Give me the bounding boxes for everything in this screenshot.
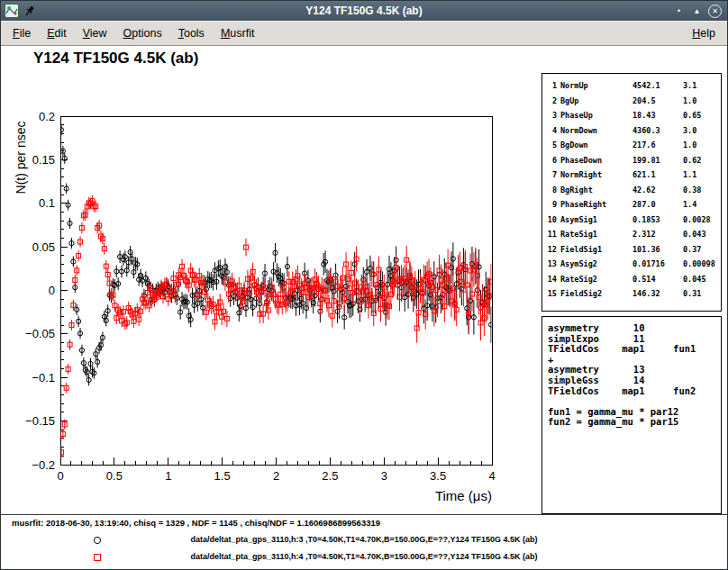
parameter-name: RateSig1 (560, 227, 632, 242)
parameter-idx: 6 (546, 153, 560, 168)
parameter-row-FieldSig2: 15FieldSig2146.320.31 (546, 286, 721, 302)
parameter-val: 42.62 (632, 183, 683, 198)
parameter-name: PhaseUp (560, 108, 632, 123)
parameter-name: FieldSig1 (560, 242, 632, 258)
y-tick-label: 0 (49, 284, 55, 297)
x-tick-label: 2 (273, 469, 279, 483)
parameter-err: 1.0 (683, 94, 723, 109)
parameter-name: NormRight (560, 167, 632, 183)
parameter-err: 0.37 (683, 242, 723, 258)
parameter-idx: 5 (546, 138, 560, 153)
theory-line: TFieldCos map1 fun1 (548, 344, 721, 355)
titlebar[interactable]: Y124 TF150G 4.5K (ab) • ▲ ✕ (1, 1, 727, 21)
theory-line: fun2 = gamma_mu * par15 (548, 417, 721, 428)
parameter-row-NormDown: 4NormDown4360.33.0 (546, 123, 721, 139)
parameter-row-RateSig1: 11RateSig12.3120.043 (546, 227, 721, 242)
menu-item-help[interactable]: Help (684, 22, 723, 45)
parameter-val: 0.514 (632, 272, 683, 287)
parameter-val: 287.0 (632, 197, 683, 213)
y-tick-label: −0.1 (32, 371, 55, 385)
pin-icon[interactable] (23, 5, 36, 17)
close-button[interactable]: ✕ (708, 5, 722, 18)
parameter-name: RateSig2 (560, 272, 632, 287)
parameter-box: 1NormUp4542.13.12BgUp204.51.03PhaseUp18.… (541, 73, 722, 312)
parameter-idx: 2 (546, 94, 560, 109)
legend-label: data/deltat_pta_gps_3110,h:3 ,T0=4.50K,T… (1, 531, 727, 548)
parameter-idx: 11 (546, 227, 560, 242)
series-square (59, 195, 493, 457)
menu-item-tools[interactable]: Tools (170, 22, 213, 45)
parameter-idx: 13 (546, 257, 560, 272)
parameter-name: BgRight (560, 183, 632, 198)
parameter-idx: 7 (546, 167, 560, 183)
x-tick-label: 3 (381, 469, 387, 483)
series-circle (59, 124, 493, 385)
menu-item-musrfit[interactable]: Musrfit (213, 22, 263, 45)
y-tick-label: 0.05 (32, 240, 55, 254)
app-icon[interactable] (5, 4, 19, 18)
parameter-idx: 1 (546, 78, 560, 94)
parameter-row-NormRight: 7NormRight621.11.1 (546, 167, 721, 183)
parameter-row-PhaseDown: 6PhaseDown199.810.62 (546, 153, 721, 168)
parameter-row-RateSig2: 14RateSig20.5140.045 (546, 272, 721, 287)
parameter-val: 4542.1 (632, 78, 683, 94)
parameter-val: 621.1 (632, 167, 683, 183)
menu-item-file[interactable]: File (5, 22, 39, 45)
y-tick-label: −0.2 (32, 458, 55, 472)
data-series (59, 124, 493, 457)
app-window: Y124 TF150G 4.5K (ab) • ▲ ✕ FileEditView… (0, 0, 728, 570)
parameter-val: 199.81 (632, 153, 683, 168)
x-tick-label: 1 (165, 469, 171, 483)
fit-info: musrfit: 2018-06-30, 13:19:40, chisq = 1… (12, 518, 380, 528)
parameter-err: 3.1 (683, 78, 723, 94)
parameter-name: FieldSig2 (560, 286, 632, 302)
menu-item-view[interactable]: View (75, 22, 115, 45)
x-tick-label: 3.5 (430, 469, 446, 483)
parameter-row-AsymSig2: 13AsymSig20.017160.00098 (546, 257, 721, 272)
parameter-err: 0.043 (683, 227, 723, 242)
close-icon: ✕ (712, 5, 718, 18)
parameter-name: AsymSig2 (560, 257, 632, 272)
maximize-icon: ▲ (694, 5, 701, 18)
parameter-idx: 3 (546, 108, 560, 123)
parameter-idx: 12 (546, 242, 560, 258)
plot-canvas[interactable]: 00.511.522.533.54−0.2−0.15−0.1−0.0500.05… (1, 78, 532, 529)
theory-line (548, 396, 721, 407)
parameter-val: 146.32 (632, 286, 683, 302)
parameter-val: 0.1853 (632, 213, 683, 228)
parameter-val: 2.312 (632, 227, 683, 242)
legend-row-1: data/deltat_pta_gps_3110,h:3 ,T0=4.50K,T… (1, 531, 727, 548)
menu-item-options[interactable]: Options (115, 22, 170, 45)
parameter-val: 101.36 (632, 242, 683, 258)
parameter-name: PhaseDown (560, 153, 632, 168)
parameter-name: NormUp (560, 78, 632, 94)
parameter-name: NormDown (560, 123, 632, 139)
y-tick-label: 0.15 (32, 153, 55, 167)
y-axis-title: N(t) per nsec (14, 122, 28, 195)
y-tick-label: 0.2 (39, 110, 55, 123)
parameter-idx: 10 (546, 213, 560, 228)
maximize-button[interactable]: ▲ (690, 5, 704, 18)
window-title: Y124 TF150G 4.5K (ab) (1, 1, 727, 21)
parameter-idx: 9 (546, 197, 560, 213)
parameter-err: 1.1 (683, 167, 723, 183)
parameter-name: AsymSig1 (560, 213, 632, 228)
menu-item-edit[interactable]: Edit (39, 22, 75, 45)
parameter-err: 0.0028 (683, 213, 723, 228)
parameter-err: 1.0 (683, 138, 723, 153)
theory-box: asymmetry 10simplExpo 11TFieldCos map1 f… (541, 316, 722, 514)
parameter-row-AsymSig1: 10AsymSig10.18530.0028 (546, 213, 721, 228)
parameter-err: 0.62 (683, 153, 723, 168)
parameter-err: 0.31 (683, 286, 723, 302)
sticky-button[interactable]: • (672, 5, 686, 18)
titlebar-left (5, 1, 36, 21)
menu-bar: FileEditViewOptionsToolsMusrfit Help (1, 21, 727, 46)
legend-label: data/deltat_pta_gps_3110,h:4 ,T0=4.50K,T… (1, 548, 727, 565)
plot-legend: data/deltat_pta_gps_3110,h:3 ,T0=4.50K,T… (1, 531, 727, 565)
parameter-err: 0.38 (683, 183, 723, 198)
parameter-idx: 15 (546, 286, 560, 302)
theory-line: asymmetry 10 (548, 323, 721, 334)
parameter-err: 3.0 (683, 123, 723, 139)
y-tick-label: 0.1 (39, 196, 55, 210)
footer-separator (1, 514, 727, 515)
